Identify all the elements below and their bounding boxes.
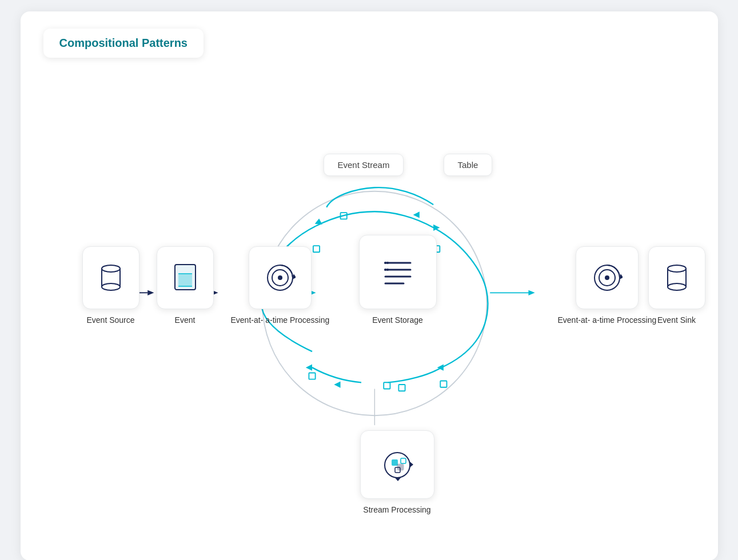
storage-icon	[381, 257, 415, 287]
event-storage-box	[359, 235, 437, 309]
svg-rect-8	[384, 382, 390, 389]
svg-marker-13	[147, 290, 154, 295]
processor-right-icon	[592, 262, 623, 293]
event-at-time-left-label: Event-at- a-time Processing	[231, 315, 330, 326]
main-card: Compositional Patterns	[21, 11, 718, 560]
svg-marker-54	[395, 478, 401, 481]
svg-rect-5	[340, 213, 346, 219]
stream-processing-box	[360, 430, 434, 499]
svg-rect-11	[309, 373, 315, 379]
event-at-time-right-box	[576, 246, 639, 309]
processor-left-icon	[265, 262, 296, 293]
event-at-time-left-box	[249, 246, 312, 309]
svg-point-47	[605, 275, 609, 280]
event-at-time-right-label: Event-at- a-time Processing	[558, 315, 657, 326]
svg-point-41	[384, 269, 386, 271]
event-node: Event	[157, 246, 214, 326]
svg-marker-2	[305, 365, 312, 371]
svg-point-42	[386, 269, 389, 271]
event-sink-label: Event Sink	[657, 315, 696, 326]
diagram-area: Event Stream Table Event Source	[43, 69, 695, 538]
svg-marker-4	[437, 365, 443, 371]
svg-point-38	[384, 262, 386, 264]
svg-marker-19	[528, 290, 534, 295]
event-stream-tag: Event Stream	[324, 154, 404, 176]
event-box	[157, 246, 214, 309]
svg-point-26	[102, 283, 120, 290]
svg-point-25	[102, 265, 120, 272]
svg-rect-30	[178, 274, 192, 286]
event-sink-node: Event Sink	[648, 246, 705, 326]
title-badge: Compositional Patterns	[43, 29, 204, 58]
event-stream-label: Event Stream	[338, 160, 390, 170]
svg-marker-24	[334, 381, 340, 387]
event-storage-label: Event Storage	[372, 315, 423, 326]
svg-marker-23	[413, 211, 419, 218]
event-at-time-right-node: Event-at- a-time Processing	[558, 246, 657, 326]
svg-point-49	[668, 265, 686, 272]
svg-marker-1	[433, 225, 440, 231]
event-at-time-left-node: Event-at- a-time Processing	[231, 246, 330, 326]
event-sink-box	[648, 246, 705, 309]
table-label: Table	[458, 160, 478, 170]
svg-point-39	[386, 262, 389, 264]
svg-point-50	[668, 283, 686, 290]
stream-processing-icon	[379, 448, 416, 481]
event-source-label: Event Source	[86, 315, 134, 326]
svg-point-35	[278, 275, 282, 280]
event-source-box	[82, 246, 139, 309]
event-source-node: Event Source	[82, 246, 139, 326]
stream-processing-label: Stream Processing	[363, 505, 430, 516]
event-icon	[173, 263, 198, 292]
svg-rect-9	[398, 385, 405, 391]
sink-cylinder-icon	[665, 263, 688, 293]
svg-rect-55	[392, 459, 398, 466]
svg-marker-3	[314, 218, 322, 224]
svg-rect-7	[440, 381, 446, 387]
svg-rect-57	[401, 458, 406, 463]
event-label: Event	[175, 315, 196, 326]
title-text: Compositional Patterns	[59, 37, 188, 49]
table-tag: Table	[444, 154, 493, 176]
cylinder-icon	[99, 263, 122, 293]
stream-processing-node: Stream Processing	[360, 430, 434, 516]
event-storage-node: Event Storage	[359, 235, 437, 326]
svg-marker-53	[410, 462, 413, 467]
